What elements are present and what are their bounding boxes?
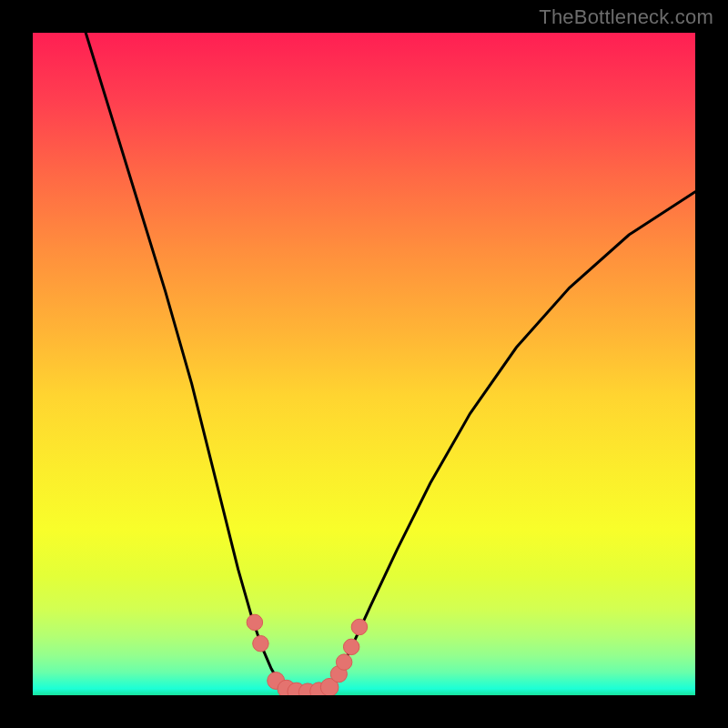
chart-frame: TheBottleneck.com xyxy=(0,0,728,728)
valley-marker xyxy=(253,635,268,651)
valley-marker xyxy=(336,654,351,670)
valley-marker xyxy=(351,619,367,634)
watermark-text: TheBottleneck.com xyxy=(539,5,713,29)
valley-marker xyxy=(343,639,359,654)
series-left-branch xyxy=(86,33,288,690)
bottleneck-curve xyxy=(86,33,695,693)
chart-svg xyxy=(33,33,695,695)
plot-area xyxy=(33,33,695,695)
valley-marker xyxy=(247,614,262,630)
series-right-branch xyxy=(328,192,695,689)
